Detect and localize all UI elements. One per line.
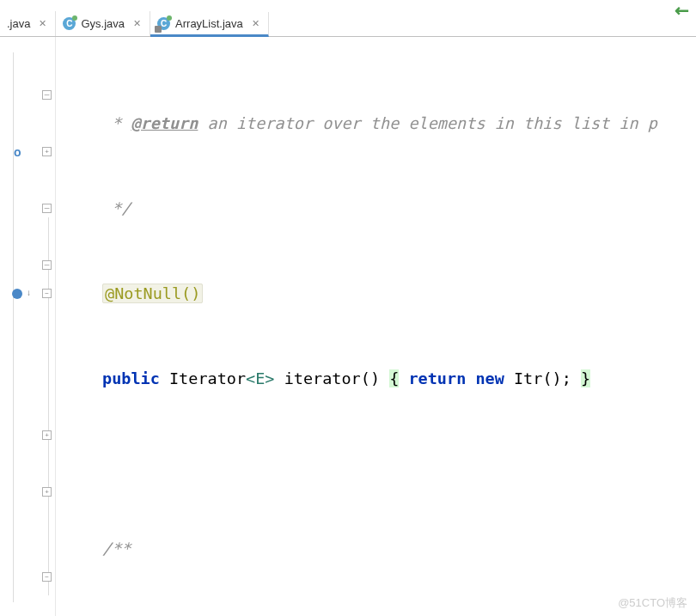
gutter-line	[13, 52, 14, 602]
code-line: /**	[56, 534, 696, 563]
tab-gys[interactable]: C Gys.java ✕	[56, 11, 150, 36]
close-icon[interactable]: ✕	[252, 18, 259, 29]
fold-icon[interactable]: +	[42, 147, 52, 156]
fold-icon[interactable]: −	[42, 289, 52, 298]
java-class-locked-icon: C	[157, 17, 170, 30]
gutter[interactable]: ─ o + ─ ─ − + + −	[0, 37, 56, 616]
code-line: */	[56, 194, 696, 223]
code-editor[interactable]: * @return an iterator over the elements …	[56, 37, 696, 616]
code-line: public Iterator<E> iterator() { return n…	[56, 364, 696, 393]
close-icon[interactable]: ✕	[133, 18, 141, 29]
code-line	[56, 449, 696, 478]
code-line: * @return an iterator over the elements …	[56, 109, 696, 137]
tab-label: Gys.java	[81, 17, 125, 30]
fold-icon[interactable]: −	[0, 563, 55, 591]
close-icon[interactable]: ✕	[39, 18, 46, 29]
tab-java[interactable]: .java ✕	[0, 11, 56, 36]
editor-area: ─ o + ─ ─ − + + − * @return an iterator …	[0, 37, 696, 616]
java-class-icon: C	[63, 17, 76, 30]
fold-start-icon[interactable]: ─	[0, 194, 55, 223]
fold-collapse-icon[interactable]: ─	[0, 251, 55, 279]
tab-arraylist[interactable]: C ArrayList.java ✕	[150, 12, 269, 37]
fold-end-icon[interactable]: ─	[0, 81, 55, 109]
breakpoint-marker[interactable]: −	[0, 279, 55, 308]
tab-label: ArrayList.java	[175, 17, 243, 30]
breakpoint-icon	[12, 289, 22, 299]
override-icon: o	[14, 145, 21, 159]
tab-label: .java	[7, 17, 30, 30]
watermark: @51CTO博客	[618, 595, 687, 611]
code-line: @NotNull()	[56, 279, 696, 308]
override-marker[interactable]: o +	[0, 137, 55, 166]
fold-icon[interactable]: +	[0, 478, 55, 506]
editor-tabs: .java ✕ C Gys.java ✕ C ArrayList.java ✕	[0, 0, 696, 37]
fold-icon[interactable]: +	[0, 421, 55, 449]
